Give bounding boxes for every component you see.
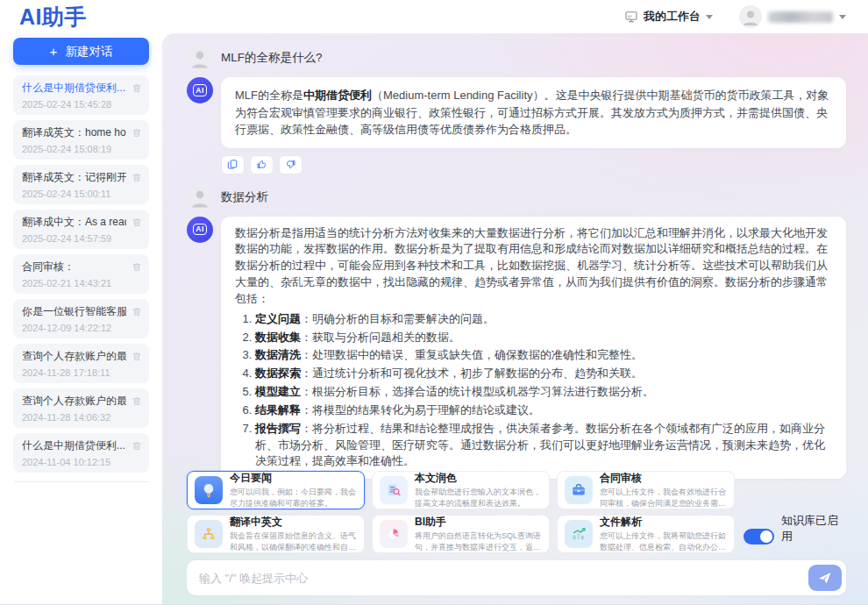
sidebar: + 新建对话 什么是中期借贷便利... 2025-02-24 15:45:28 … — [0, 33, 162, 604]
analysis-step: 模型建立：根据分析目标，选择合适的统计模型或机器学习算法进行数据分析。 — [255, 384, 832, 401]
ai-message-bubble: MLF的全称是中期借贷便利（Medium-term Lending Facili… — [221, 77, 846, 148]
chart-up-icon — [565, 520, 593, 548]
card-title: 翻译中英文 — [230, 516, 357, 529]
conversation-time: 2024-11-28 14:06:32 — [22, 412, 126, 423]
conversation-time: 2025-02-24 14:57:59 — [22, 233, 126, 244]
ai-avatar-icon: AI — [187, 217, 213, 243]
step-colon: ： — [301, 312, 312, 325]
analysis-step: 结果解释：将模型的结果转化为易于理解的结论或建议。 — [255, 402, 832, 419]
conversation-title: 你是一位银行智能客服，... — [22, 304, 126, 319]
chat-panel: MLF的全称是什么? AI MLF的全称是中期借贷便利（Medium-term … — [162, 33, 868, 604]
message-input[interactable] — [199, 572, 808, 585]
topbar: AI助手 我的工作台 — [0, 0, 868, 33]
workspace-menu[interactable]: 我的工作台 — [624, 9, 713, 25]
copy-button[interactable] — [221, 155, 245, 174]
step-text: 通过统计分析和可视化技术，初步了解数据的分布、趋势和关联。 — [312, 367, 643, 380]
card-desc: 您可以上传文件，我会有效地进行合同审核，确保合同满足您的业务需求。 — [600, 487, 727, 508]
new-chat-button[interactable]: + 新建对话 — [13, 38, 149, 65]
delete-icon[interactable] — [132, 261, 142, 273]
delete-icon[interactable] — [132, 217, 142, 228]
conversation-item[interactable]: 查询个人存款账户的最新... 2024-11-28 17:18:11 — [13, 344, 149, 383]
conversation-item[interactable]: 你是一位银行智能客服，... 2024-12-09 14:22:12 — [13, 299, 149, 338]
card-bi-assistant[interactable]: BI助手 将用户的自然语言转化为SQL查询语句，并直接与数据库进行交互，返回智能… — [372, 515, 550, 553]
conversation-time: 2025-02-24 15:08:19 — [22, 144, 126, 154]
delete-icon[interactable] — [132, 351, 142, 362]
conversation-time: 2025-02-24 15:00:11 — [22, 189, 126, 199]
step-text: 将分析过程、结果和结论整理成报告，供决策者参考。数据分析在各个领域都有广泛的应用… — [255, 422, 825, 468]
conversation-time: 2025-02-24 15:45:28 — [22, 99, 126, 110]
conversation-item[interactable]: 翻译成英文：记得刚开始... 2025-02-24 15:00:11 — [13, 165, 149, 204]
conversation-title: 翻译成中文：As a reader... — [22, 215, 126, 230]
conversation-time: 2024-12-09 14:22:12 — [22, 323, 126, 333]
card-file-parse[interactable]: 文件解析 您可以上传文件，我将帮助您进行如数据处理、信息检索、自动化办公等。 — [557, 515, 735, 553]
user-avatar-icon — [187, 184, 213, 210]
delete-icon[interactable] — [132, 82, 142, 94]
step-colon: ： — [301, 403, 312, 416]
conversation-time: 2024-11-28 17:18:11 — [22, 367, 126, 378]
step-label: 数据清洗 — [255, 348, 301, 361]
conversation-item[interactable]: 翻译成英文：home home 2025-02-24 15:08:19 — [13, 120, 149, 160]
card-daily-news[interactable]: 今日要闻 您可以问我，例如：今日要闻，我会尽力提供准确和可靠的答案。 — [187, 471, 365, 509]
new-chat-label: 新建对话 — [65, 44, 112, 60]
step-colon: ： — [301, 385, 312, 398]
thumbs-up-button[interactable] — [250, 155, 274, 174]
card-title: 合同审核 — [600, 472, 727, 485]
toggle-knob — [760, 530, 772, 543]
conversation-item[interactable]: 翻译成中文：As a reader... 2025-02-24 14:57:59 — [13, 210, 149, 249]
step-colon: ： — [301, 422, 312, 435]
step-label: 定义问题 — [255, 312, 301, 325]
briefcase-icon — [565, 476, 593, 504]
card-contract-review[interactable]: 合同审核 您可以上传文件，我会有效地进行合同审核，确保合同满足您的业务需求。 — [557, 471, 735, 509]
step-text: 获取与分析问题相关的数据。 — [312, 331, 460, 344]
conversation-time: 2024-11-04 10:12:15 — [22, 457, 126, 467]
card-title: BI助手 — [415, 516, 542, 529]
step-label: 数据收集 — [255, 331, 301, 344]
card-desc: 将用户的自然语言转化为SQL查询语句，并直接与数据库进行交互，返回智能推荐的图表… — [415, 530, 542, 552]
send-button[interactable] — [808, 565, 842, 591]
user-message-text: 数据分析 — [221, 189, 268, 205]
analysis-step: 数据清洗：处理数据中的错误、重复或缺失值，确保数据的准确性和完整性。 — [255, 347, 832, 364]
card-text-polish[interactable]: 本文润色 我会帮助您进行您输入的文本润色，提高文本的流畅度和表达效果。 — [372, 471, 550, 509]
step-colon: ： — [301, 348, 312, 361]
card-desc: 我会旨在保留原始信息的含义、语气和风格，以确保翻译的准确性和自然流畅。 — [230, 530, 357, 552]
feature-cards: 今日要闻 您可以问我，例如：今日要闻，我会尽力提供准确和可靠的答案。 本文润色 … — [187, 471, 735, 553]
monitor-icon — [624, 10, 638, 24]
step-text: 将模型的结果转化为易于理解的结论或建议。 — [312, 403, 540, 416]
conversation-item[interactable]: 合同审核： 2025-02-21 14:43:21 — [13, 254, 149, 294]
user-name-redacted — [768, 11, 833, 23]
analysis-step: 数据探索：通过统计分析和可视化技术，初步了解数据的分布、趋势和关联。 — [255, 366, 832, 382]
analysis-intro: 数据分析是指用适当的统计分析方法对收集来的大量数据进行分析，将它们加以汇总和理解… — [235, 225, 832, 308]
step-text: 明确分析的目标和需要解决的问题。 — [312, 312, 494, 325]
sidebar-divider — [14, 481, 148, 482]
knowledge-base-toggle[interactable] — [743, 529, 774, 544]
delete-icon[interactable] — [132, 127, 142, 139]
conversation-item[interactable]: 什么是中期借贷便利... 2024-11-04 10:12:15 — [13, 433, 149, 473]
analysis-step: 报告撰写：将分析过程、结果和结论整理成报告，供决策者参考。数据分析在各个领域都有… — [255, 421, 832, 471]
card-translate[interactable]: 翻译中英文 我会旨在保留原始信息的含义、语气和风格，以确保翻译的准确性和自然流畅… — [187, 515, 365, 553]
ai-message: AI 数据分析是指用适当的统计分析方法对收集来的大量数据进行分析，将它们加以汇总… — [187, 217, 846, 465]
delete-icon[interactable] — [132, 395, 142, 407]
conversation-item[interactable]: 什么是中期借贷便利... 2025-02-24 15:45:28 — [13, 75, 149, 115]
delete-icon[interactable] — [132, 306, 142, 317]
conversation-title: 什么是中期借贷便利... — [22, 81, 126, 96]
conversation-title: 合同审核： — [22, 260, 126, 274]
conversation-item[interactable]: 查询个人存款账户的最新... 2024-11-28 14:06:32 — [13, 388, 149, 428]
step-label: 报告撰写 — [255, 422, 301, 435]
user-message: 数据分析 — [187, 185, 846, 210]
conversation-title: 翻译成英文：home home — [22, 125, 126, 140]
user-menu[interactable] — [739, 5, 846, 28]
content: + 新建对话 什么是中期借贷便利... 2025-02-24 15:45:28 … — [0, 33, 868, 604]
step-colon: ： — [301, 367, 312, 380]
ai-message: AI MLF的全称是中期借贷便利（Medium-term Lending Fac… — [187, 77, 846, 148]
delete-icon[interactable] — [132, 172, 142, 183]
card-title: 今日要闻 — [230, 472, 357, 485]
analysis-step: 数据收集：获取与分析问题相关的数据。 — [255, 330, 832, 346]
step-text: 根据分析目标，选择合适的统计模型或机器学习算法进行数据分析。 — [312, 385, 654, 398]
thumbs-down-button[interactable] — [279, 155, 302, 174]
doc-search-icon — [380, 476, 408, 504]
delete-icon[interactable] — [132, 440, 142, 452]
step-label: 结果解释 — [255, 403, 301, 416]
workspace-label: 我的工作台 — [644, 9, 701, 25]
conversation-list: 什么是中期借贷便利... 2025-02-24 15:45:28 翻译成英文：h… — [13, 75, 149, 473]
step-text: 处理数据中的错误、重复或缺失值，确保数据的准确性和完整性。 — [312, 348, 643, 361]
